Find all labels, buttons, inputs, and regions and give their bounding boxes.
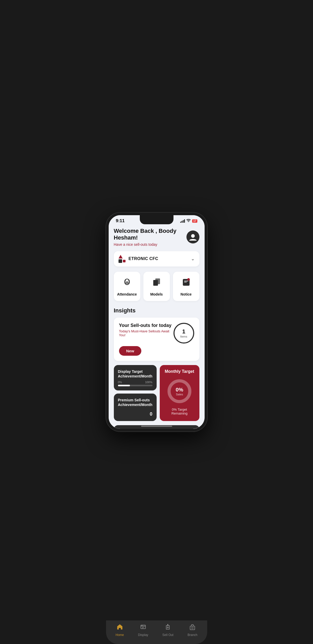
quick-actions: Attendance Models [114, 272, 199, 301]
progress-track [118, 385, 152, 386]
progress-bar-container: 0% 100% [118, 381, 152, 386]
subgreeting-text: Have a nice sell-outs today [114, 242, 186, 247]
monthly-target-title: Monthly Target [164, 369, 195, 374]
notice-card[interactable]: Notice [173, 272, 199, 301]
svg-point-0 [188, 222, 189, 222]
attendance-label: Attendance [117, 292, 137, 296]
donut-sales-label: Sales [176, 393, 183, 396]
avatar[interactable] [186, 230, 199, 243]
stats-grid: Display Target Achievement/Month 0% 100%… [114, 365, 199, 421]
status-time: 9:11 [116, 218, 125, 223]
notice-icon [181, 276, 192, 290]
insights-title: Insights [114, 307, 199, 314]
new-button[interactable]: New [119, 346, 142, 356]
sellouts-subtitle: Today's Must-Have Sellouts Await You! [119, 329, 173, 337]
donut-percentage: 0% [176, 387, 183, 393]
svg-point-3 [127, 281, 128, 282]
company-name: ETRONIC CFC [129, 256, 188, 261]
svg-rect-5 [155, 278, 160, 284]
svg-point-1 [191, 234, 195, 238]
battery-indicator: 17 [192, 219, 197, 223]
progress-fill [118, 385, 130, 386]
company-selector[interactable]: ETRONIC CFC ⌄ [114, 251, 199, 267]
premium-sellouts-card[interactable]: Premium Sell-outs Achievement/Month 0 [114, 394, 157, 421]
monthly-target-card[interactable]: Monthly Target 0% Sales [160, 365, 199, 421]
header-text: Welcome Back , Boody Hesham! Have a nice… [114, 228, 186, 247]
premium-title: Premium Sell-outs Achievement/Month [118, 398, 152, 407]
display-target-card[interactable]: Display Target Achievement/Month 0% 100% [114, 365, 157, 390]
items-label: Items [180, 335, 187, 338]
models-card[interactable]: Models [143, 272, 170, 301]
progress-max: 100% [145, 381, 152, 384]
wifi-icon [186, 219, 191, 223]
sellouts-title: Your Sell-outs for today [119, 323, 173, 328]
svg-point-7 [187, 278, 190, 281]
signal-icon [180, 219, 185, 223]
items-count: 1 [182, 328, 185, 335]
models-icon [151, 276, 162, 290]
premium-value: 0 [118, 411, 152, 417]
status-icons: 17 [180, 219, 197, 223]
notice-label: Notice [180, 292, 192, 296]
display-target-title: Display Target Achievement/Month [118, 369, 152, 379]
greeting-text: Welcome Back , Boody Hesham! [114, 228, 186, 241]
fingerprint-icon [122, 276, 133, 290]
donut-chart: 0% Sales [164, 377, 195, 405]
items-badge: 1 Items [173, 323, 194, 344]
home-indicator [141, 426, 172, 427]
header: Welcome Back , Boody Hesham! Have a nice… [114, 228, 199, 247]
models-label: Models [150, 292, 163, 296]
company-logo [119, 255, 126, 263]
sellouts-header: Your Sell-outs for today Today's Must-Ha… [119, 323, 194, 344]
sellouts-text: Your Sell-outs for today Today's Must-Ha… [119, 323, 173, 337]
progress-min: 0% [118, 381, 122, 384]
target-remaining: 0% Target Remaining [164, 408, 195, 415]
progress-labels: 0% 100% [118, 381, 152, 384]
chevron-down-icon: ⌄ [191, 256, 195, 262]
sellouts-card: Your Sell-outs for today Today's Must-Ha… [114, 318, 199, 361]
attendance-card[interactable]: Attendance [114, 272, 140, 301]
